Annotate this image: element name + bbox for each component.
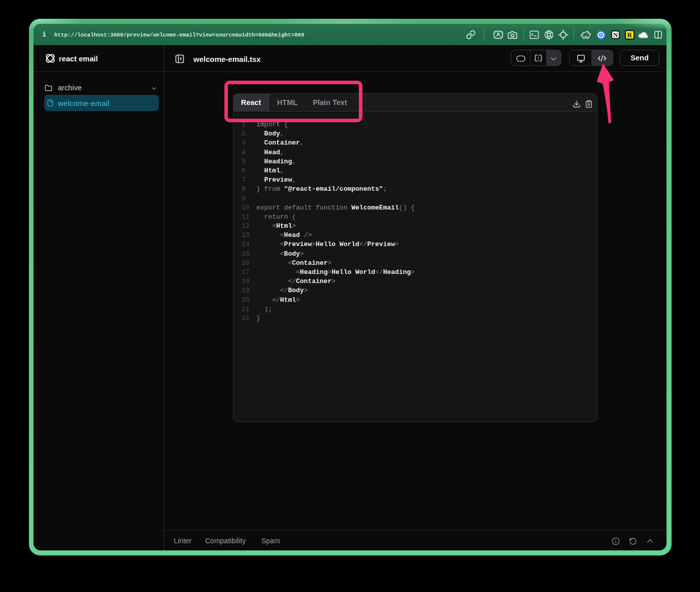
svg-text:R: R [627,31,632,39]
svg-text:N: N [613,31,618,39]
